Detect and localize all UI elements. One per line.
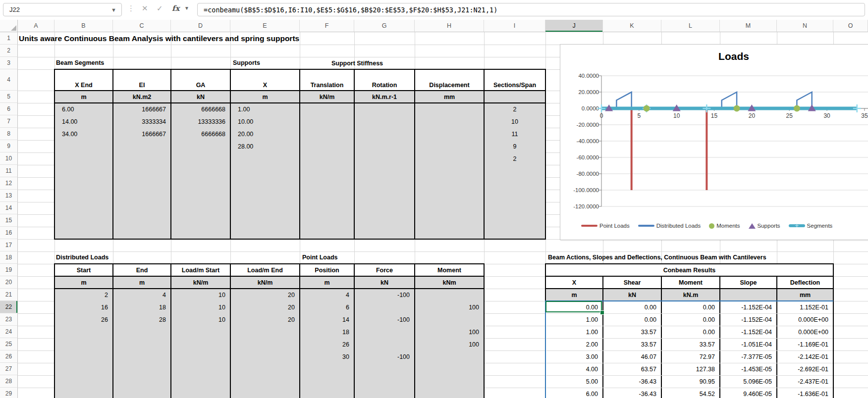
beam-segments-header[interactable]: X End	[55, 69, 112, 91]
point-loads-header[interactable]: Position	[301, 264, 353, 276]
point-load-value[interactable]: -100	[355, 350, 414, 363]
results-value[interactable]: -2.437E-01	[778, 375, 832, 388]
results-value[interactable]: 63.57	[604, 363, 660, 375]
results-value[interactable]: 0.00	[662, 313, 719, 326]
formula-input[interactable]: =conbeamu($B$5:$D$16,I6:I10,$E$5:$G$16,$…	[197, 3, 865, 16]
results-value[interactable]: 54.52	[662, 388, 719, 398]
point-load-value[interactable]: 100	[416, 338, 483, 350]
distributed-load-value[interactable]: 20	[231, 289, 299, 301]
results-value[interactable]: 127.38	[662, 363, 719, 375]
row-header-5[interactable]: 5	[0, 91, 18, 103]
results-value[interactable]: -1.152E-04	[721, 301, 776, 313]
row-header-19[interactable]: 19	[0, 264, 18, 276]
row-header-16[interactable]: 16	[0, 227, 18, 239]
point-loads-header[interactable]: Moment	[416, 264, 483, 276]
results-value[interactable]: 1.00	[546, 313, 602, 326]
results-value[interactable]: 0.000E+00	[778, 313, 832, 326]
row-header-4[interactable]: 4	[0, 69, 18, 91]
results-value[interactable]: 0.00	[604, 313, 660, 326]
row-header-18[interactable]: 18	[0, 251, 18, 264]
sections-span-value[interactable]: 11	[485, 128, 544, 140]
row-header-27[interactable]: 27	[0, 363, 18, 375]
results-header[interactable]: Moment	[662, 276, 719, 289]
results-value[interactable]: -1.453E-05	[721, 363, 776, 375]
point-load-value[interactable]: 30	[301, 350, 353, 363]
row-header-23[interactable]: 23	[0, 313, 18, 326]
distributed-load-value[interactable]: 10	[172, 289, 229, 301]
column-header-M[interactable]: M	[720, 20, 777, 32]
beam-segment-xend[interactable]: 34.00	[55, 128, 112, 140]
beam-segment-xend[interactable]: 6.00	[55, 103, 112, 115]
distributed-load-value[interactable]: 10	[172, 313, 229, 326]
results-header[interactable]: Shear	[604, 276, 660, 289]
supports-header[interactable]: X	[231, 69, 299, 91]
results-value[interactable]: 0.000E+00	[778, 326, 832, 338]
point-load-value[interactable]: 26	[301, 338, 353, 350]
results-value[interactable]: 1.00	[546, 326, 602, 338]
beam-segment-ga[interactable]: 13333336	[172, 115, 229, 128]
results-value[interactable]: 4.00	[546, 363, 602, 375]
unit-cell[interactable]: kN	[604, 289, 660, 301]
unit-cell[interactable]: kN/m	[301, 91, 353, 103]
row-header-6[interactable]: 6	[0, 103, 18, 115]
results-value[interactable]: -36.43	[604, 375, 660, 388]
column-header-C[interactable]: C	[113, 20, 171, 32]
support-x[interactable]: 10.00	[231, 115, 299, 128]
unit-cell[interactable]: m	[114, 276, 170, 289]
unit-cell[interactable]: kN	[355, 276, 414, 289]
select-all-corner[interactable]	[0, 20, 18, 32]
fx-chevron-down-icon[interactable]: ▼	[184, 5, 189, 11]
point-load-value[interactable]: 100	[416, 326, 483, 338]
row-header-9[interactable]: 9	[0, 140, 18, 152]
results-value[interactable]: 33.57	[604, 338, 660, 350]
results-value[interactable]: -1.169E-01	[778, 338, 832, 350]
row-header-25[interactable]: 25	[0, 338, 18, 350]
results-value[interactable]: -36.43	[604, 388, 660, 398]
distributed-load-value[interactable]: 4	[114, 289, 170, 301]
results-value[interactable]: -1.152E-04	[721, 326, 776, 338]
results-value[interactable]: 33.57	[662, 338, 719, 350]
row-header-20[interactable]: 20	[0, 276, 18, 289]
results-value[interactable]: 6.00	[546, 388, 602, 398]
results-value[interactable]: 72.97	[662, 350, 719, 363]
unit-cell[interactable]: m	[231, 91, 299, 103]
results-value[interactable]: 3.00	[546, 350, 602, 363]
results-value[interactable]: 90.95	[662, 375, 719, 388]
unit-cell[interactable]: mm	[416, 91, 483, 103]
point-load-value[interactable]: 100	[416, 301, 483, 313]
point-load-value[interactable]: 18	[301, 326, 353, 338]
results-value[interactable]: -1.152E-04	[721, 313, 776, 326]
results-value[interactable]: 5.00	[546, 375, 602, 388]
column-header-H[interactable]: H	[415, 20, 484, 32]
distributed-loads-header[interactable]: Load/m End	[231, 264, 299, 276]
results-value[interactable]: 2.00	[546, 338, 602, 350]
beam-segment-ga[interactable]: 6666668	[172, 103, 229, 115]
distributed-load-value[interactable]: 2	[55, 289, 112, 301]
results-value[interactable]: -1.051E-04	[721, 338, 776, 350]
unit-cell[interactable]: m	[301, 276, 353, 289]
point-loads-header[interactable]: Force	[355, 264, 414, 276]
support-stiffness-header[interactable]: Displacement	[416, 69, 483, 91]
unit-cell[interactable]: kN.m	[662, 289, 719, 301]
results-value[interactable]: 46.07	[604, 350, 660, 363]
row-header-24[interactable]: 24	[0, 326, 18, 338]
distributed-load-value[interactable]: 10	[172, 301, 229, 313]
point-load-value[interactable]: -100	[355, 289, 414, 301]
row-header-21[interactable]: 21	[0, 289, 18, 301]
row-header-26[interactable]: 26	[0, 350, 18, 363]
results-header[interactable]: X	[546, 276, 602, 289]
column-header-J[interactable]: J	[545, 20, 603, 32]
unit-cell[interactable]: mm	[778, 289, 832, 301]
column-header-N[interactable]: N	[777, 20, 833, 32]
unit-cell[interactable]: kN	[172, 91, 229, 103]
distributed-load-value[interactable]: 28	[114, 313, 170, 326]
results-value[interactable]: -2.142E-01	[778, 350, 832, 363]
row-header-15[interactable]: 15	[0, 214, 18, 227]
unit-cell[interactable]: kNm	[416, 276, 483, 289]
column-header-O[interactable]: O	[833, 20, 868, 32]
results-header[interactable]: Deflection	[778, 276, 832, 289]
support-x[interactable]: 28.00	[231, 140, 299, 152]
sections-span-value[interactable]: 2	[485, 152, 544, 165]
beam-segment-ei[interactable]: 1666667	[114, 103, 170, 115]
insert-function-icon[interactable]: fx	[172, 4, 179, 13]
